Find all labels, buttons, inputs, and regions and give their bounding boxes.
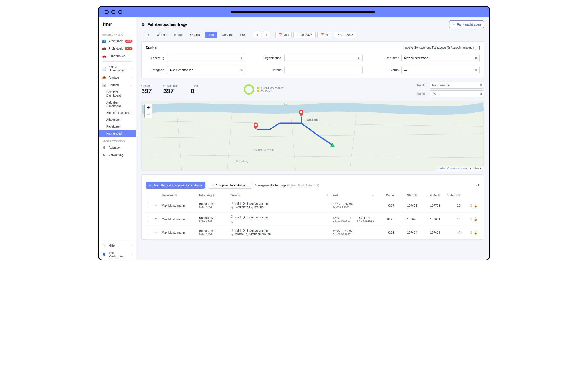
cell-ende: 107703 [419,199,442,213]
next-period-button[interactable]: › [263,31,270,38]
sidebar-item-fahrtenbuch[interactable]: 🚗 Fahrtenbuch [99,52,136,60]
export-button[interactable]: ⬇ Druck/Export ausgewählte Einträge [146,182,205,189]
row-checkbox[interactable] [148,204,148,208]
col-ende[interactable]: Ende [430,194,437,197]
period-frei[interactable]: Frei [237,32,248,38]
sidebar-item-user[interactable]: 👤 Max Mustermann › [99,249,136,260]
window-dot-close[interactable] [105,10,109,14]
rounding-select[interactable]: Nicht runden⇅ [430,82,484,89]
period-monat[interactable]: Monat [171,32,186,38]
lock-open-icon[interactable]: 🔓 [474,204,477,207]
minutes-select[interactable]: 15⇅ [430,90,484,97]
date-to-input[interactable]: 31.12.2023 [334,32,356,38]
date-from-input[interactable]: 01.01.2023 [293,32,316,38]
sidebar-item-projektzeit[interactable]: 💼 Projektzeit 0:22 [99,45,136,52]
org-select[interactable]: ▾ [284,54,363,62]
osm-link[interactable]: OpenStreetMap [450,167,468,170]
currency-icon[interactable]: $ [470,204,472,207]
status-select[interactable]: --- ⇅ [401,66,480,74]
col-distanz[interactable]: Distanz [446,194,457,197]
reload-icon[interactable]: ⟳ [476,183,480,188]
document-icon: 🗎 [141,22,145,27]
map-canvas: Inn Haselbach Braunau-Neustadt Osternber… [142,101,484,171]
col-zeit[interactable]: Zeit [333,194,338,197]
col-details[interactable]: Details [231,194,240,197]
currency-icon[interactable]: $ [470,231,472,234]
sidebar-item-verwaltung[interactable]: ⚙ Verwaltung › [99,151,136,159]
rounding-label: Runden [411,84,427,87]
col-dauer[interactable]: Dauer [386,194,394,197]
period-jahr[interactable]: Jahr [205,32,217,38]
cell-zeit: 12:27 → 12:32Do, 02.02.2023 [330,226,376,239]
details-input[interactable] [284,66,363,74]
minutes-label: Minuten [411,92,427,95]
sidebar-item-label: Berichte [109,83,128,87]
lock-open-icon[interactable]: 🔓 [474,217,477,221]
col-benutzer[interactable]: Benutzer [162,194,174,197]
select-all-checkbox[interactable] [148,194,148,197]
vehicle-select[interactable]: ▾ [167,54,245,62]
table-row[interactable]: ≡Max MustermannBR 915 HOBMW 320dtroii HQ… [146,213,480,226]
period-woche[interactable]: Woche [154,32,169,38]
sidebar-item-antraege[interactable]: 📥 Anträge › [99,74,136,81]
drag-handle-icon[interactable]: ≡ [155,204,157,208]
selected-actions-button[interactable]: ⌄ Ausgewähle Einträge ... [208,182,252,189]
lock-open-icon[interactable]: 🔓 [474,231,477,234]
svg-text:Haselbach: Haselbach [305,118,318,121]
sidebar-item-berichte[interactable]: 📊 Berichte ⌄ [99,81,136,89]
row-checkbox[interactable] [148,217,148,221]
map[interactable]: Inn Haselbach Braunau-Neustadt Osternber… [141,101,484,171]
sidebar-section-recording: AUFZEICHNUNG [99,30,136,37]
expand-icon[interactable]: ⤢ [326,194,328,197]
sidebar-sub-aufgaben-dashboard[interactable]: Aufgaben Dashboard [99,99,136,109]
table-row[interactable]: ≡Max MustermannBR 915 HOBMW 320dtroii HQ… [146,226,480,239]
selection-count: 2 ausgewählte Einträge (Dauer: 0:04 Dist… [255,184,319,187]
sort-icon: ⇅ [480,83,482,87]
help-icon: ❔ [102,243,106,247]
sidebar-item-aufgaben[interactable]: ⚙ Aufgaben [99,144,136,151]
map-zoom-out-button[interactable]: − [145,111,152,118]
stat-value-private: 0 [191,87,198,95]
chevron-down-icon: ⌄ [372,194,374,197]
add-trip-button[interactable]: ＋ Fahrt nachtragen [449,20,484,28]
sort-icon: ⇅ [175,194,177,197]
chevron-down-icon: ⌄ [130,83,132,86]
sidebar-sub-fahrtenbuch[interactable]: Fahrtenbuch [99,130,136,137]
user-select[interactable]: Max Mustermann ✕ [401,54,480,62]
window-dot-max[interactable] [118,10,122,14]
period-tag[interactable]: Tag [141,32,152,38]
prev-period-button[interactable]: ‹ [254,31,261,38]
sidebar-item-hilfe[interactable]: ❔ Hilfe › [99,242,136,249]
period-quartal[interactable]: Quartal [187,32,203,38]
url-bar[interactable] [231,11,375,13]
clear-icon[interactable]: ✕ [474,54,478,62]
map-zoom-in-button[interactable]: + [145,104,152,111]
sidebar-sub-projektzeit[interactable]: Projektzeit [99,123,136,130]
leaflet-link[interactable]: Leaflet [437,167,445,170]
sidebar-sub-arbeitszeit[interactable]: Arbeitszeit [99,116,136,123]
cell-dauer: 18:45 [376,213,396,226]
field-label: Kategorie [146,68,164,72]
currency-icon[interactable]: $ [470,217,472,221]
sidebar-sub-budget-dashboard[interactable]: Budget Dashboard [99,109,136,116]
inactive-toggle[interactable]: Inaktive Benutzer und Fahrzeuge für Ausw… [404,46,480,50]
sidebar-sub-benutzer-dashboard[interactable]: Benutzer Dashboard [99,89,136,99]
row-checkbox[interactable] [148,231,148,235]
search-header: Suche [146,46,157,50]
sidebar-item-arbeitszeit[interactable]: 👥 Arbeitszeit 0:50 [99,37,136,45]
chevron-down-icon: ⌄ [211,183,214,187]
map-attribution: Leaflet | © OpenStreetMap contributors [436,167,484,171]
table-row[interactable]: ≡Max MustermannBR 915 HOBMW 320dtroii HQ… [146,199,480,213]
col-fahrzeug[interactable]: Fahrzeug [199,194,212,197]
stat-label-total: Gesamt [141,84,152,87]
drag-handle-icon[interactable]: ≡ [155,217,157,221]
sort-icon: ⇅ [458,194,460,197]
category-select[interactable]: Alle Geschäftlich ⇅ [167,66,245,74]
drag-handle-icon[interactable]: ≡ [155,231,157,235]
field-label: Benutzer [380,56,399,60]
period-gesamt[interactable]: Gesamt [219,32,236,38]
col-start[interactable]: Start [407,194,414,197]
window-dot-min[interactable] [111,10,115,14]
edit-icon[interactable]: ✎ [368,216,370,219]
sidebar-item-urlaubskonto[interactable]: 📄 Zeit- & Urlaubskonto › [99,63,136,74]
